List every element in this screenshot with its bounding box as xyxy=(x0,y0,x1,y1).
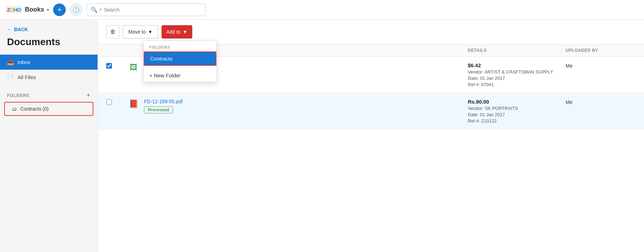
row2-checkbox-cell xyxy=(106,99,123,105)
row2-details: Rs.90.00 Vendor: SK PORTRAITS Date: 01 J… xyxy=(468,99,566,124)
table-row: 📕 FD-12-189-55.pdf Processed Rs.90.00 Ve… xyxy=(98,93,644,130)
row2-file-name[interactable]: FD-12-189-55.pdf xyxy=(144,99,468,104)
row2-file-info: FD-12-189-55.pdf Processed xyxy=(144,99,468,113)
row1-checkbox-cell xyxy=(106,63,123,69)
search-input[interactable] xyxy=(104,7,202,13)
col-details: DETAILS xyxy=(468,48,566,53)
app-title: Books xyxy=(25,6,44,13)
back-link[interactable]: ← BACK xyxy=(0,25,98,36)
row1-checkbox[interactable] xyxy=(106,63,112,69)
main-layout: ← BACK Documents 📥 Inbox 📄 All Files FOL… xyxy=(0,20,644,252)
folders-section: FOLDERS + xyxy=(0,85,98,102)
row2-uploader: Me xyxy=(566,99,636,105)
delete-icon: 🗑 xyxy=(110,29,116,35)
toolbar: 🗑 Move to ▼ Add to ▼ FOLDERS Contracts +… xyxy=(98,20,644,44)
row2-icon-cell: 📕 xyxy=(123,99,144,108)
move-to-arrow-icon: ▼ xyxy=(148,29,153,35)
search-dropdown-arrow[interactable]: ▾ xyxy=(100,7,102,12)
row2-ref: Ref #: Z10122 xyxy=(468,118,566,124)
add-folder-button[interactable]: + xyxy=(86,92,91,99)
row1-date: Date: 01 Jan 2017 xyxy=(468,76,566,81)
add-button[interactable]: + xyxy=(53,4,66,16)
page-title: Documents xyxy=(0,36,98,55)
inbox-icon: 📥 xyxy=(7,59,14,65)
row1-vendor: Vendor: ARTIST & CRAFTSMAN SUPPLY xyxy=(468,69,566,75)
topbar: ZOHO Books ▾ + 🕐 🔍 ▾ xyxy=(0,0,644,20)
image-file-icon: 🖼 xyxy=(130,63,137,72)
logo-h: H xyxy=(14,7,17,13)
search-bar: 🔍 ▾ xyxy=(87,4,206,16)
new-folder-button[interactable]: + New Folder xyxy=(144,69,216,82)
logo-o2: O xyxy=(17,7,21,13)
row1-uploader: Me xyxy=(566,62,636,69)
add-to-button[interactable]: Add to ▼ xyxy=(162,25,192,38)
folders-label: FOLDERS xyxy=(7,93,29,98)
sidebar-item-inbox[interactable]: 📥 Inbox xyxy=(0,55,98,70)
add-to-arrow-icon: ▼ xyxy=(183,29,187,35)
history-icon: 🕐 xyxy=(73,6,80,13)
back-arrow-icon: ← xyxy=(7,27,12,32)
row2-processed-badge: Processed xyxy=(144,106,173,113)
folder-item-contracts[interactable]: 🗂 Contracts (0) xyxy=(4,102,93,116)
logo-o1: O xyxy=(10,7,14,13)
col-icon xyxy=(123,48,144,53)
col-checkbox xyxy=(106,48,123,53)
dropdown-contracts-label: Contracts xyxy=(150,56,172,62)
add-to-label: Add to xyxy=(166,29,180,35)
all-files-icon: 📄 xyxy=(7,74,14,80)
sidebar: ← BACK Documents 📥 Inbox 📄 All Files FOL… xyxy=(0,20,98,252)
dropdown-item-contracts[interactable]: Contracts xyxy=(144,51,216,66)
history-button[interactable]: 🕐 xyxy=(70,4,83,16)
zoho-logo: ZOHO xyxy=(6,6,22,13)
folder-label-contracts: Contracts (0) xyxy=(20,106,49,112)
sidebar-label-all-files: All Files xyxy=(17,74,36,80)
row1-icon-cell: 🖼 xyxy=(123,62,144,72)
row2-amount: Rs.90.00 xyxy=(468,99,566,105)
col-uploader: UPLOADED BY xyxy=(566,48,636,53)
sidebar-label-inbox: Inbox xyxy=(17,59,30,65)
delete-button[interactable]: 🗑 xyxy=(106,25,120,38)
logo-area: ZOHO Books ▾ xyxy=(6,6,49,13)
search-icon: 🔍 xyxy=(91,6,98,13)
pdf-file-icon: 📕 xyxy=(129,99,138,108)
logo-z: Z xyxy=(7,7,10,13)
folder-icon: 🗂 xyxy=(12,106,17,112)
row2-checkbox[interactable] xyxy=(106,99,112,105)
row1-ref: Ref #: 67041 xyxy=(468,82,566,87)
sidebar-item-all-files[interactable]: 📄 All Files xyxy=(0,70,98,85)
sidebar-nav: 📥 Inbox 📄 All Files xyxy=(0,55,98,85)
row2-vendor: Vendor: SK PORTRAITS xyxy=(468,106,566,111)
move-to-button[interactable]: Move to ▼ xyxy=(123,25,158,38)
dropdown-divider xyxy=(144,67,216,68)
row1-details: $6.42 Vendor: ARTIST & CRAFTSMAN SUPPLY … xyxy=(468,62,566,87)
app-dropdown-arrow[interactable]: ▾ xyxy=(47,7,49,12)
back-label: BACK xyxy=(14,27,28,32)
dropdown-folders-label: FOLDERS xyxy=(144,41,216,51)
row2-date: Date: 01 Jan 2017 xyxy=(468,112,566,117)
new-folder-label: + New Folder xyxy=(149,72,181,78)
move-to-dropdown: FOLDERS Contracts + New Folder xyxy=(143,41,217,82)
row1-amount: $6.42 xyxy=(468,62,566,68)
content-area: 🗑 Move to ▼ Add to ▼ FOLDERS Contracts +… xyxy=(98,20,644,252)
move-to-label: Move to xyxy=(128,29,146,35)
